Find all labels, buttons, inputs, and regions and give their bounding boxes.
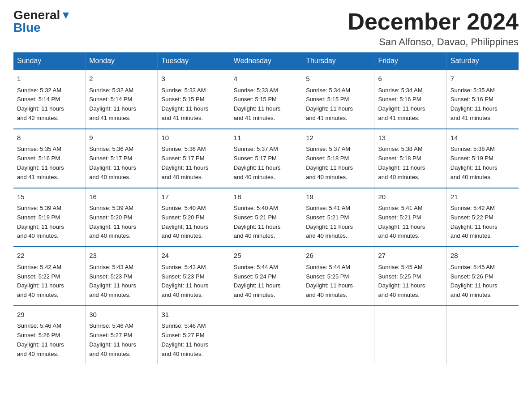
calendar-cell: 28Sunrise: 5:45 AMSunset: 5:26 PMDayligh… <box>446 247 519 306</box>
calendar-cell: 19Sunrise: 5:41 AMSunset: 5:21 PMDayligh… <box>302 188 374 247</box>
day-info: Sunrise: 5:46 AMSunset: 5:27 PMDaylight:… <box>89 321 154 359</box>
logo-general-text: General <box>13 9 60 21</box>
day-info: Sunrise: 5:34 AMSunset: 5:16 PMDaylight:… <box>378 86 442 123</box>
day-number: 29 <box>17 310 82 320</box>
day-number: 2 <box>89 74 154 84</box>
calendar-cell: 14Sunrise: 5:38 AMSunset: 5:19 PMDayligh… <box>446 129 519 188</box>
day-number: 4 <box>234 74 298 84</box>
calendar-cell <box>230 306 302 364</box>
calendar-cell: 26Sunrise: 5:44 AMSunset: 5:25 PMDayligh… <box>302 247 374 306</box>
calendar-cell <box>446 306 519 364</box>
calendar-cell: 1Sunrise: 5:32 AMSunset: 5:14 PMDaylight… <box>13 70 86 129</box>
day-info: Sunrise: 5:35 AMSunset: 5:16 PMDaylight:… <box>17 145 82 182</box>
day-number: 20 <box>378 192 442 202</box>
calendar-week-row-3: 15Sunrise: 5:39 AMSunset: 5:19 PMDayligh… <box>13 188 519 247</box>
day-number: 13 <box>378 133 442 143</box>
day-info: Sunrise: 5:43 AMSunset: 5:23 PMDaylight:… <box>89 263 154 300</box>
calendar-header-row: SundayMondayTuesdayWednesdayThursdayFrid… <box>13 52 519 70</box>
day-number: 25 <box>234 251 298 261</box>
svg-marker-0 <box>63 13 69 19</box>
calendar-cell: 25Sunrise: 5:44 AMSunset: 5:24 PMDayligh… <box>230 247 302 306</box>
day-number: 9 <box>89 133 154 143</box>
calendar-cell: 6Sunrise: 5:34 AMSunset: 5:16 PMDaylight… <box>374 70 446 129</box>
day-number: 3 <box>161 74 226 84</box>
logo: General Blue <box>13 9 71 34</box>
page-subtitle: San Alfonso, Davao, Philippines <box>348 36 519 48</box>
day-info: Sunrise: 5:37 AMSunset: 5:18 PMDaylight:… <box>306 145 370 182</box>
day-info: Sunrise: 5:45 AMSunset: 5:26 PMDaylight:… <box>450 263 515 300</box>
day-info: Sunrise: 5:46 AMSunset: 5:27 PMDaylight:… <box>161 321 226 359</box>
day-info: Sunrise: 5:33 AMSunset: 5:15 PMDaylight:… <box>161 86 226 123</box>
calendar-header-tuesday: Tuesday <box>158 52 230 70</box>
day-number: 16 <box>89 192 154 202</box>
calendar-cell: 22Sunrise: 5:42 AMSunset: 5:22 PMDayligh… <box>13 247 86 306</box>
calendar-header-sunday: Sunday <box>13 52 86 70</box>
day-info: Sunrise: 5:41 AMSunset: 5:21 PMDaylight:… <box>378 204 442 241</box>
day-info: Sunrise: 5:36 AMSunset: 5:17 PMDaylight:… <box>89 145 154 182</box>
calendar-cell <box>374 306 446 364</box>
day-number: 31 <box>161 310 226 320</box>
logo-blue-text: Blue <box>13 21 41 34</box>
calendar-cell: 3Sunrise: 5:33 AMSunset: 5:15 PMDaylight… <box>158 70 230 129</box>
calendar-cell: 8Sunrise: 5:35 AMSunset: 5:16 PMDaylight… <box>13 129 86 188</box>
calendar-cell: 4Sunrise: 5:33 AMSunset: 5:15 PMDaylight… <box>230 70 302 129</box>
calendar-table: SundayMondayTuesdayWednesdayThursdayFrid… <box>13 52 519 364</box>
calendar-cell: 20Sunrise: 5:41 AMSunset: 5:21 PMDayligh… <box>374 188 446 247</box>
day-number: 23 <box>89 251 154 261</box>
calendar-cell: 27Sunrise: 5:45 AMSunset: 5:25 PMDayligh… <box>374 247 446 306</box>
day-number: 8 <box>17 133 82 143</box>
day-number: 12 <box>306 133 370 143</box>
calendar-cell: 18Sunrise: 5:40 AMSunset: 5:21 PMDayligh… <box>230 188 302 247</box>
day-number: 18 <box>234 192 298 202</box>
calendar-cell: 9Sunrise: 5:36 AMSunset: 5:17 PMDaylight… <box>86 129 158 188</box>
calendar-cell <box>302 306 374 364</box>
day-number: 27 <box>378 251 442 261</box>
day-info: Sunrise: 5:45 AMSunset: 5:25 PMDaylight:… <box>378 263 442 300</box>
calendar-cell: 29Sunrise: 5:46 AMSunset: 5:26 PMDayligh… <box>13 306 86 364</box>
day-info: Sunrise: 5:32 AMSunset: 5:14 PMDaylight:… <box>17 86 82 123</box>
calendar-header-monday: Monday <box>86 52 158 70</box>
calendar-week-row-4: 22Sunrise: 5:42 AMSunset: 5:22 PMDayligh… <box>13 247 519 306</box>
day-info: Sunrise: 5:40 AMSunset: 5:21 PMDaylight:… <box>234 204 298 241</box>
calendar-cell: 16Sunrise: 5:39 AMSunset: 5:20 PMDayligh… <box>86 188 158 247</box>
calendar-cell: 5Sunrise: 5:34 AMSunset: 5:15 PMDaylight… <box>302 70 374 129</box>
page-title: December 2024 <box>348 9 519 34</box>
page-header: General Blue December 2024 San Alfonso, … <box>13 9 519 48</box>
calendar-header-wednesday: Wednesday <box>230 52 302 70</box>
calendar-week-row-2: 8Sunrise: 5:35 AMSunset: 5:16 PMDaylight… <box>13 129 519 188</box>
day-info: Sunrise: 5:38 AMSunset: 5:19 PMDaylight:… <box>450 145 515 182</box>
day-info: Sunrise: 5:35 AMSunset: 5:16 PMDaylight:… <box>450 86 515 123</box>
day-number: 1 <box>17 74 82 84</box>
day-info: Sunrise: 5:44 AMSunset: 5:24 PMDaylight:… <box>234 263 298 300</box>
calendar-cell: 21Sunrise: 5:42 AMSunset: 5:22 PMDayligh… <box>446 188 519 247</box>
day-info: Sunrise: 5:39 AMSunset: 5:19 PMDaylight:… <box>17 204 82 241</box>
day-number: 6 <box>378 74 442 84</box>
calendar-cell: 15Sunrise: 5:39 AMSunset: 5:19 PMDayligh… <box>13 188 86 247</box>
day-number: 28 <box>450 251 515 261</box>
logo-arrow-icon <box>61 11 71 21</box>
day-number: 19 <box>306 192 370 202</box>
calendar-cell: 11Sunrise: 5:37 AMSunset: 5:17 PMDayligh… <box>230 129 302 188</box>
day-number: 14 <box>450 133 515 143</box>
day-number: 24 <box>161 251 226 261</box>
day-number: 17 <box>161 192 226 202</box>
calendar-cell: 24Sunrise: 5:43 AMSunset: 5:23 PMDayligh… <box>158 247 230 306</box>
day-info: Sunrise: 5:38 AMSunset: 5:18 PMDaylight:… <box>378 145 442 182</box>
day-info: Sunrise: 5:32 AMSunset: 5:14 PMDaylight:… <box>89 86 154 123</box>
day-info: Sunrise: 5:34 AMSunset: 5:15 PMDaylight:… <box>306 86 370 123</box>
day-number: 26 <box>306 251 370 261</box>
calendar-cell: 23Sunrise: 5:43 AMSunset: 5:23 PMDayligh… <box>86 247 158 306</box>
calendar-header-thursday: Thursday <box>302 52 374 70</box>
calendar-header-friday: Friday <box>374 52 446 70</box>
day-info: Sunrise: 5:46 AMSunset: 5:26 PMDaylight:… <box>17 321 82 359</box>
day-number: 22 <box>17 251 82 261</box>
calendar-cell: 30Sunrise: 5:46 AMSunset: 5:27 PMDayligh… <box>86 306 158 364</box>
day-number: 11 <box>234 133 298 143</box>
day-info: Sunrise: 5:42 AMSunset: 5:22 PMDaylight:… <box>450 204 515 241</box>
day-info: Sunrise: 5:41 AMSunset: 5:21 PMDaylight:… <box>306 204 370 241</box>
calendar-cell: 7Sunrise: 5:35 AMSunset: 5:16 PMDaylight… <box>446 70 519 129</box>
day-info: Sunrise: 5:44 AMSunset: 5:25 PMDaylight:… <box>306 263 370 300</box>
day-info: Sunrise: 5:40 AMSunset: 5:20 PMDaylight:… <box>161 204 226 241</box>
day-number: 10 <box>161 133 226 143</box>
calendar-week-row-5: 29Sunrise: 5:46 AMSunset: 5:26 PMDayligh… <box>13 306 519 364</box>
